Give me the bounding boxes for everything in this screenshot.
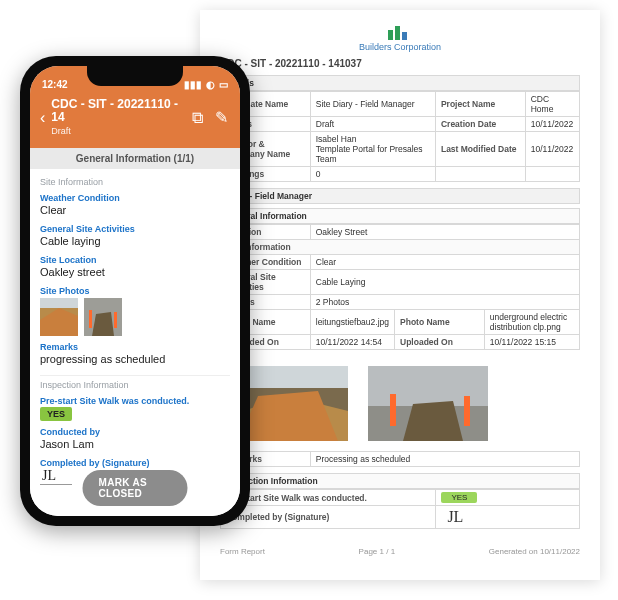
battery-icon: ▭ bbox=[219, 79, 228, 90]
svg-rect-0 bbox=[388, 30, 393, 40]
site-photo-1[interactable] bbox=[40, 298, 78, 336]
general-table: LocationOakley Street Site Information W… bbox=[220, 224, 580, 350]
label-activities: General Site Activities bbox=[40, 224, 230, 234]
label-weather: Weather Condition bbox=[40, 193, 230, 203]
copy-icon[interactable]: ⧉ bbox=[188, 109, 206, 127]
form-body[interactable]: Site Information Weather Condition Clear… bbox=[30, 169, 240, 516]
diary-heading: Diary - Field Manager bbox=[220, 188, 580, 204]
group-inspection: Inspection Information bbox=[40, 375, 230, 390]
group-site-info: Site Information bbox=[40, 173, 230, 187]
value-location: Oakley street bbox=[40, 265, 230, 280]
edit-icon[interactable]: ✎ bbox=[212, 108, 230, 127]
value-prestart[interactable]: YES bbox=[40, 407, 72, 421]
inspection-table: Pre-start Site Walk was conducted. YES C… bbox=[220, 489, 580, 529]
label-photos: Site Photos bbox=[40, 286, 230, 296]
signature-field[interactable]: JL bbox=[40, 468, 72, 485]
pdf-report: Builders Corporation CDC - SIT - 2022111… bbox=[200, 10, 600, 580]
page-title: CDC - SIT - 20221110 - 14 Draft bbox=[51, 98, 182, 138]
yes-badge: YES bbox=[441, 492, 477, 503]
value-weather: Clear bbox=[40, 203, 230, 218]
label-completed-by: Completed by (Signature) bbox=[40, 458, 230, 468]
svg-rect-2 bbox=[402, 32, 407, 40]
company-logo: Builders Corporation bbox=[220, 24, 580, 52]
signal-icon: ▮▮▮ bbox=[184, 79, 202, 90]
svg-rect-14 bbox=[40, 298, 78, 308]
app-bar: ‹ CDC - SIT - 20221110 - 14 Draft ⧉ ✎ bbox=[30, 92, 240, 148]
company-name: Builders Corporation bbox=[359, 42, 441, 52]
photos-row bbox=[40, 298, 230, 336]
label-prestart: Pre-start Site Walk was conducted. bbox=[40, 396, 230, 406]
report-photos bbox=[220, 356, 580, 451]
details-heading: Details bbox=[220, 75, 580, 91]
remarks-table: RemarksProcessing as scheduled bbox=[220, 451, 580, 467]
phone-notch bbox=[87, 66, 183, 86]
report-photo-2 bbox=[368, 366, 488, 441]
value-conducted-by: Jason Lam bbox=[40, 437, 230, 452]
inspection-heading: Inspection Information bbox=[220, 473, 580, 489]
phone-screen: 12:42 ▮▮▮ ◐ ▭ ‹ CDC - SIT - 20221110 - 1… bbox=[30, 66, 240, 516]
svg-rect-11 bbox=[464, 396, 470, 426]
label-conducted-by: Conducted by bbox=[40, 427, 230, 437]
svg-rect-17 bbox=[89, 310, 92, 328]
label-remarks: Remarks bbox=[40, 342, 230, 352]
back-button[interactable]: ‹ bbox=[40, 109, 45, 127]
mark-closed-button[interactable]: MARK AS CLOSED bbox=[83, 470, 188, 506]
svg-rect-1 bbox=[395, 26, 400, 40]
status-time: 12:42 bbox=[42, 79, 68, 90]
phone-frame: 12:42 ▮▮▮ ◐ ▭ ‹ CDC - SIT - 20221110 - 1… bbox=[20, 56, 250, 526]
report-footer: Form Report Page 1 / 1 Generated on 10/1… bbox=[220, 547, 580, 556]
value-activities: Cable laying bbox=[40, 234, 230, 249]
details-table: Template NameSite Diary - Field Manager … bbox=[220, 91, 580, 182]
wifi-icon: ◐ bbox=[206, 79, 215, 90]
site-photo-2[interactable] bbox=[84, 298, 122, 336]
report-title: CDC - SIT - 20221110 - 141037 bbox=[220, 58, 580, 69]
value-remarks: progressing as scheduled bbox=[40, 352, 230, 367]
svg-rect-10 bbox=[390, 394, 396, 426]
signature: JL bbox=[441, 506, 469, 527]
section-header: General Information (1/1) bbox=[30, 148, 240, 169]
general-info-heading: General Information bbox=[220, 208, 580, 224]
label-location: Site Location bbox=[40, 255, 230, 265]
svg-rect-18 bbox=[114, 312, 117, 328]
page-subtitle: Draft bbox=[51, 126, 71, 136]
